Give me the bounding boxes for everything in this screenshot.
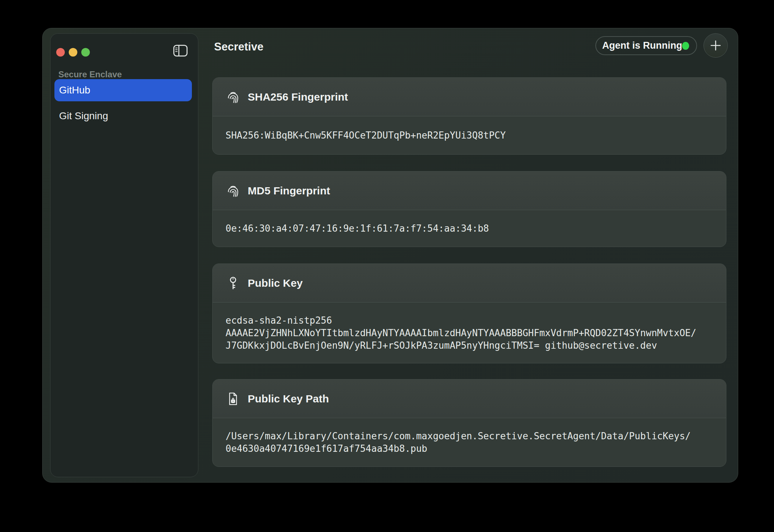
card-sha256-fingerprint: SHA256 Fingerprint SHA256:WiBqBK+Cnw5KFF… [212,77,726,155]
card-body: /Users/max/Library/Containers/com.maxgoe… [213,418,726,467]
status-label: Agent is Running [602,40,682,51]
fingerprint-icon [226,90,241,105]
status-pill[interactable]: Agent is Running [595,36,697,55]
document-lock-icon [226,391,241,406]
card-header: Public Key [213,264,726,303]
card-header: SHA256 Fingerprint [213,78,726,116]
card-body: SHA256:WiBqBK+Cnw5KFF4OCeT2DUTqPb+neR2Ep… [213,116,726,155]
card-title: Public Key Path [248,393,329,405]
sidebar-toggle-icon [173,45,188,57]
card-body: 0e:46:30:a4:07:47:16:9e:1f:61:7a:f7:54:a… [213,210,726,247]
add-key-button[interactable] [703,33,728,58]
close-button[interactable] [56,48,65,57]
zoom-button[interactable] [81,48,90,57]
app-title: Secretive [214,40,263,53]
card-value: /Users/max/Library/Containers/com.maxgoe… [226,430,691,455]
sidebar-toggle-button[interactable] [173,44,188,57]
card-value: 0e:46:30:a4:07:47:16:9e:1f:61:7a:f7:54:a… [226,222,489,235]
card-header: Public Key Path [213,379,726,418]
card-public-key-path: Public Key Path /Users/max/Library/Conta… [212,379,726,467]
status-running-dot [682,42,689,50]
minimize-button[interactable] [69,48,77,57]
traffic-lights [56,48,90,57]
sidebar-item-git-signing[interactable]: Git Signing [54,105,192,127]
sidebar-item-github[interactable]: GitHub [54,79,192,101]
plus-icon [709,39,722,52]
sidebar: Secure Enclave GitHub Git Signing [50,33,198,477]
card-header: MD5 Fingerprint [213,171,726,210]
card-value: SHA256:WiBqBK+Cnw5KFF4OCeT2DUTqPb+neR2Ep… [226,129,506,142]
card-body: ecdsa-sha2-nistp256 AAAAE2VjZHNhLXNoYTIt… [213,303,726,363]
card-title: Public Key [248,277,303,289]
sidebar-item-label: GitHub [59,84,90,96]
card-title: SHA256 Fingerprint [248,91,348,103]
fingerprint-icon [226,183,241,198]
app-window: Secure Enclave GitHub Git Signing Secret… [42,28,738,483]
card-title: MD5 Fingerprint [248,185,330,197]
sidebar-item-label: Git Signing [59,110,108,122]
card-public-key: Public Key ecdsa-sha2-nistp256 AAAAE2VjZ… [212,263,726,363]
sidebar-section-header: Secure Enclave [58,69,122,79]
key-icon [226,276,241,291]
card-md5-fingerprint: MD5 Fingerprint 0e:46:30:a4:07:47:16:9e:… [212,171,726,247]
card-value: ecdsa-sha2-nistp256 AAAAE2VjZHNhLXNoYTIt… [226,314,696,352]
